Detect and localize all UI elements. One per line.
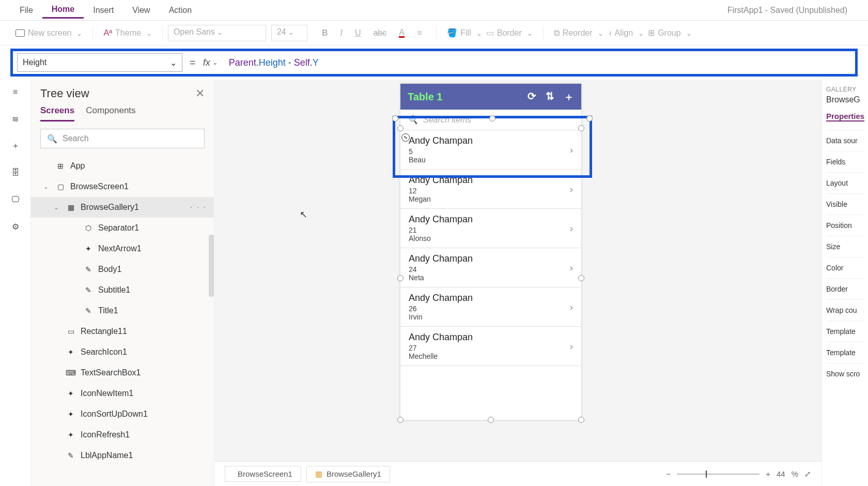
tab-screens[interactable]: Screens: [40, 105, 74, 122]
property-row[interactable]: Template: [826, 342, 864, 363]
selection-handle[interactable]: [397, 125, 404, 131]
selection-handle[interactable]: [397, 275, 404, 281]
tree-item[interactable]: ▭Rectangle11: [31, 321, 214, 342]
chevron-right-icon[interactable]: ›: [570, 223, 573, 234]
strike-button[interactable]: abc: [369, 28, 391, 38]
gallery-item[interactable]: Andy Champan27Mechelle›: [400, 327, 581, 366]
selection-handle[interactable]: [488, 417, 494, 423]
gallery-item[interactable]: Andy Champan21Alonso›: [400, 209, 581, 248]
tree-item[interactable]: ⌄▢BrowseScreen1: [31, 176, 214, 197]
new-screen-button[interactable]: New screen: [16, 28, 82, 38]
fit-screen-icon[interactable]: ⤢: [804, 469, 811, 479]
tree-search-input[interactable]: 🔍 Search: [40, 129, 205, 148]
data-icon[interactable]: 🗄: [9, 166, 22, 179]
close-icon[interactable]: ✕: [195, 87, 205, 100]
gallery-item[interactable]: Andy Champan12Megan›: [400, 170, 581, 209]
property-row[interactable]: Visible: [826, 193, 864, 215]
selection-handle[interactable]: [578, 275, 584, 281]
add-icon[interactable]: ＋: [564, 90, 574, 104]
advanced-icon[interactable]: ⚙: [9, 220, 22, 233]
tree-item[interactable]: ✦IconSortUpDown1: [31, 404, 214, 424]
zoom-controls: − + 44 % ⤢: [666, 469, 811, 479]
property-row[interactable]: Template: [826, 321, 864, 342]
property-row[interactable]: Color: [826, 257, 864, 278]
property-row[interactable]: Position: [826, 215, 864, 236]
chevron-right-icon[interactable]: ›: [570, 301, 573, 312]
gallery-item[interactable]: Andy Champan24Neta›: [400, 248, 581, 287]
tree-item[interactable]: ✦SearchIcon1: [31, 342, 214, 362]
gallery[interactable]: ✎Andy Champan5Beau›Andy Champan12Megan›A…: [400, 130, 581, 366]
align-button[interactable]: ⫞ Align: [608, 28, 644, 38]
property-row[interactable]: Wrap cou: [826, 299, 864, 321]
properties-tab[interactable]: Properties: [826, 112, 864, 122]
menu-action[interactable]: Action: [160, 3, 201, 18]
tree-item[interactable]: ✦IconRefresh1: [31, 424, 214, 445]
tree-item[interactable]: ✎Subtitle1: [31, 280, 214, 300]
property-row[interactable]: Show scro: [826, 363, 864, 384]
refresh-icon[interactable]: ⟳: [528, 90, 536, 104]
italic-button[interactable]: I: [336, 28, 346, 38]
property-select[interactable]: Height ⌄: [17, 53, 182, 72]
selection-handle[interactable]: [586, 115, 593, 122]
property-row[interactable]: Layout: [826, 172, 864, 193]
selection-handle[interactable]: [397, 417, 404, 423]
chevron-right-icon[interactable]: ›: [570, 184, 573, 194]
zoom-out-button[interactable]: −: [666, 469, 671, 478]
theme-button[interactable]: Aª Theme: [103, 28, 151, 38]
formula-input[interactable]: Parent.Height - Self.Y: [225, 55, 851, 70]
chevron-right-icon[interactable]: ›: [570, 262, 573, 273]
tree-view-icon[interactable]: ≋: [9, 113, 22, 125]
scrollbar-thumb[interactable]: [209, 235, 214, 297]
fill-button[interactable]: 🪣 Fill: [447, 28, 482, 38]
chevron-icon[interactable]: ⌄: [54, 204, 61, 211]
chevron-right-icon[interactable]: ›: [570, 144, 573, 155]
chevron-right-icon[interactable]: ›: [570, 341, 573, 352]
underline-button[interactable]: U: [351, 28, 365, 38]
selection-handle[interactable]: [578, 417, 584, 423]
fx-button[interactable]: fx ⌄: [203, 57, 218, 68]
selection-handle[interactable]: [392, 115, 398, 122]
font-select[interactable]: Open Sans: [168, 25, 266, 41]
tree-item[interactable]: ⌨TextSearchBox1: [31, 362, 214, 383]
gallery-item[interactable]: ✎Andy Champan5Beau›: [400, 130, 581, 170]
canvas[interactable]: Table 1 ⟳ ⇅ ＋ 🔍 Search items ✎Andy Champ…: [214, 80, 822, 486]
menu-file[interactable]: File: [10, 3, 42, 18]
zoom-in-button[interactable]: +: [766, 469, 770, 478]
bold-button[interactable]: B: [318, 28, 332, 38]
tab-components[interactable]: Components: [86, 105, 135, 122]
property-row[interactable]: Border: [826, 278, 864, 299]
sort-icon[interactable]: ⇅: [546, 90, 554, 104]
tree-item[interactable]: ✎LblAppName1: [31, 445, 214, 466]
menu-home[interactable]: Home: [42, 2, 84, 19]
property-row[interactable]: Fields: [826, 151, 864, 172]
group-button[interactable]: ⊞ Group: [648, 28, 691, 38]
tree-item[interactable]: ⌄▦BrowseGallery1· · ·: [31, 197, 214, 218]
more-icon[interactable]: · · ·: [190, 203, 207, 212]
edit-template-icon[interactable]: ✎: [401, 133, 410, 142]
tree-item[interactable]: ✎Title1: [31, 300, 214, 321]
reorder-button[interactable]: ⧉ Reorder: [554, 28, 603, 38]
selection-handle[interactable]: [578, 125, 584, 131]
media-icon[interactable]: 🖵: [9, 193, 22, 206]
menu-view[interactable]: View: [123, 3, 159, 18]
tree-item[interactable]: ✎Body1: [31, 259, 214, 280]
insert-icon[interactable]: ＋: [9, 140, 22, 152]
property-row[interactable]: Data sour: [826, 130, 864, 151]
tree-item[interactable]: ⊞App: [31, 156, 214, 176]
breadcrumb-screen[interactable]: BrowseScreen1: [225, 466, 301, 482]
align-menu-button[interactable]: ≡: [413, 28, 426, 38]
tree-item[interactable]: ⬡Separator1: [31, 218, 214, 238]
zoom-slider[interactable]: [677, 474, 760, 475]
tree-item[interactable]: ✦IconNewItem1: [31, 383, 214, 404]
menu-insert[interactable]: Insert: [84, 3, 123, 18]
gallery-item[interactable]: Andy Champan26Irvin›: [400, 287, 581, 327]
breadcrumb-gallery[interactable]: ▦ BrowseGallery1: [306, 466, 390, 482]
font-color-button[interactable]: A: [395, 28, 409, 38]
border-button[interactable]: ▭ Border: [486, 28, 533, 38]
font-size-select[interactable]: 24: [271, 25, 307, 41]
tree-item[interactable]: ✦NextArrow1: [31, 238, 214, 259]
property-row[interactable]: Size: [826, 236, 864, 257]
hamburger-icon[interactable]: ≡: [9, 86, 22, 98]
phone-search[interactable]: 🔍 Search items: [400, 110, 581, 130]
chevron-icon[interactable]: ⌄: [43, 183, 51, 190]
